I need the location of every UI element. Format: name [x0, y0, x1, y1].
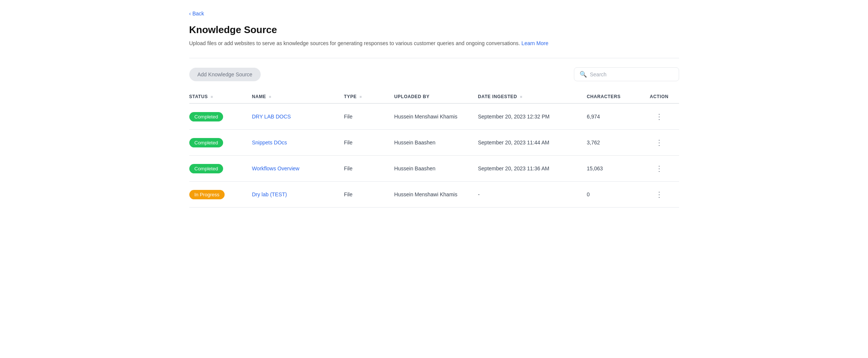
cell-status-0: Completed: [189, 103, 252, 130]
col-header-action: ACTION: [645, 90, 679, 103]
learn-more-link[interactable]: Learn More: [521, 40, 548, 46]
cell-characters-1: 3,762: [587, 130, 645, 156]
cell-action-0: ⋮: [645, 103, 679, 130]
col-header-date-ingested: DATE INGESTED ≡: [478, 90, 587, 103]
back-label: Back: [192, 11, 204, 17]
col-header-status: STATUS ≡: [189, 90, 252, 103]
cell-action-3: ⋮: [645, 182, 679, 208]
col-header-type: TYPE ≡: [344, 90, 394, 103]
cell-name-2: Workflows Overview: [252, 156, 344, 182]
cell-date-ingested-2: September 20, 2023 11:36 AM: [478, 156, 587, 182]
col-header-name: NAME ≡: [252, 90, 344, 103]
cell-characters-2: 15,063: [587, 156, 645, 182]
action-menu-button-0[interactable]: ⋮: [652, 111, 666, 123]
filter-icon-status[interactable]: ≡: [211, 95, 213, 99]
cell-type-3: File: [344, 182, 394, 208]
cell-status-2: Completed: [189, 156, 252, 182]
knowledge-sources-table: STATUS ≡ NAME ≡ TYPE ≡ UPLOADED BY DATE …: [189, 90, 679, 208]
doc-link-2[interactable]: Workflows Overview: [252, 165, 300, 171]
cell-type-1: File: [344, 130, 394, 156]
cell-date-ingested-0: September 20, 2023 12:32 PM: [478, 103, 587, 130]
table-row: Completed Workflows Overview File Hussei…: [189, 156, 679, 182]
search-input[interactable]: [590, 71, 673, 77]
status-badge-2: Completed: [189, 164, 223, 173]
divider: [189, 58, 679, 58]
doc-link-1[interactable]: Snippets DOcs: [252, 140, 287, 146]
toolbar: Add Knowledge Source 🔍: [189, 67, 679, 81]
cell-status-3: In Progress: [189, 182, 252, 208]
doc-link-3[interactable]: Dry lab (TEST): [252, 191, 287, 197]
cell-name-0: DRY LAB DOCS: [252, 103, 344, 130]
filter-icon-type[interactable]: ≡: [360, 95, 362, 99]
cell-uploaded-by-1: Hussein Baashen: [394, 130, 478, 156]
cell-date-ingested-1: September 20, 2023 11:44 AM: [478, 130, 587, 156]
cell-action-1: ⋮: [645, 130, 679, 156]
filter-icon-date[interactable]: ≡: [520, 95, 522, 99]
doc-link-0[interactable]: DRY LAB DOCS: [252, 114, 291, 120]
page-title: Knowledge Source: [189, 24, 679, 36]
cell-uploaded-by-2: Hussein Baashen: [394, 156, 478, 182]
table-row: Completed Snippets DOcs File Hussein Baa…: [189, 130, 679, 156]
status-badge-1: Completed: [189, 138, 223, 147]
status-badge-0: Completed: [189, 112, 223, 121]
filter-icon-name[interactable]: ≡: [269, 95, 271, 99]
search-icon: 🔍: [580, 71, 587, 78]
table-header-row: STATUS ≡ NAME ≡ TYPE ≡ UPLOADED BY DATE …: [189, 90, 679, 103]
cell-type-0: File: [344, 103, 394, 130]
cell-uploaded-by-0: Hussein Menshawi Khamis: [394, 103, 478, 130]
cell-action-2: ⋮: [645, 156, 679, 182]
table-row: In Progress Dry lab (TEST) File Hussein …: [189, 182, 679, 208]
search-box: 🔍: [574, 67, 679, 81]
cell-date-ingested-3: -: [478, 182, 587, 208]
action-menu-button-1[interactable]: ⋮: [652, 137, 666, 149]
table-row: Completed DRY LAB DOCS File Hussein Mens…: [189, 103, 679, 130]
cell-status-1: Completed: [189, 130, 252, 156]
add-knowledge-source-button[interactable]: Add Knowledge Source: [189, 68, 261, 81]
back-link[interactable]: ‹ Back: [189, 11, 204, 17]
page-description: Upload files or add websites to serve as…: [189, 39, 679, 47]
cell-type-2: File: [344, 156, 394, 182]
status-badge-3: In Progress: [189, 190, 225, 199]
col-header-characters: CHARACTERS: [587, 90, 645, 103]
action-menu-button-2[interactable]: ⋮: [652, 162, 666, 174]
cell-characters-3: 0: [587, 182, 645, 208]
col-header-uploaded-by: UPLOADED BY: [394, 90, 478, 103]
cell-name-1: Snippets DOcs: [252, 130, 344, 156]
cell-characters-0: 6,974: [587, 103, 645, 130]
cell-name-3: Dry lab (TEST): [252, 182, 344, 208]
action-menu-button-3[interactable]: ⋮: [652, 188, 666, 200]
chevron-left-icon: ‹: [189, 11, 191, 17]
cell-uploaded-by-3: Hussein Menshawi Khamis: [394, 182, 478, 208]
